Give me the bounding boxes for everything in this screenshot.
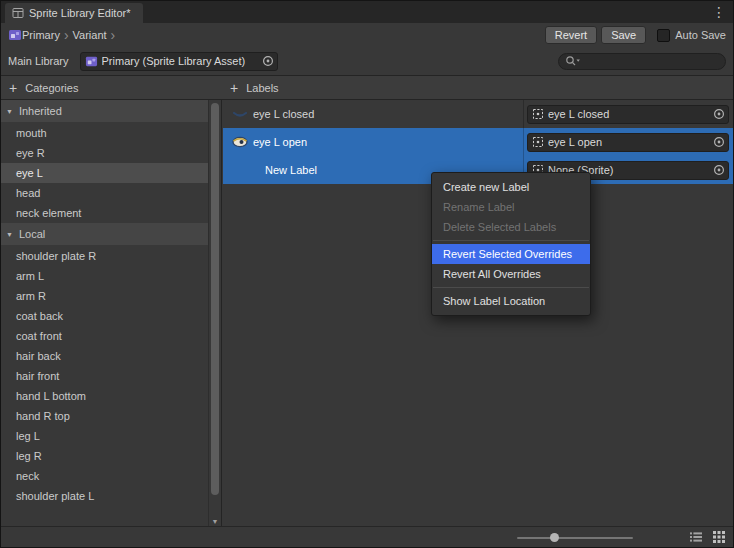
tab-strip: Sprite Library Editor* ⋮ [1, 1, 733, 23]
menu-item-show-label-location[interactable]: Show Label Location [432, 291, 590, 311]
main-library-label: Main Library [8, 55, 69, 67]
auto-save-checkbox[interactable] [657, 29, 670, 42]
category-item[interactable]: neck element [1, 203, 208, 223]
main-library-object-field[interactable]: Primary (Sprite Library Asset) [80, 52, 278, 71]
category-item[interactable]: head [1, 183, 208, 203]
grid-view-button[interactable] [712, 530, 726, 544]
label-name: eye L open [253, 136, 523, 148]
sprite-object-field[interactable]: eye L closed [527, 105, 729, 124]
category-item[interactable]: leg L [1, 426, 208, 446]
bottom-bar [1, 526, 733, 547]
category-item-selected[interactable]: eye L [1, 163, 208, 183]
window-menu-button[interactable]: ⋮ [712, 3, 726, 21]
window-icon [12, 7, 24, 19]
category-item[interactable]: eye R [1, 143, 208, 163]
foldout-icon[interactable]: ▼ [6, 108, 13, 115]
sprite-thumbnail-eye-closed-icon [230, 106, 250, 122]
breadcrumb-item-variant[interactable]: Variant [73, 29, 107, 41]
foldout-icon[interactable]: ▼ [6, 231, 13, 238]
save-button[interactable]: Save [601, 26, 646, 44]
section-title: Inherited [19, 105, 62, 117]
category-item[interactable]: hair front [1, 366, 208, 386]
sprite-library-asset-icon [8, 28, 22, 42]
menu-item-revert-all-overrides[interactable]: Revert All Overrides [432, 264, 590, 284]
categories-header-label: Categories [25, 82, 78, 94]
sprite-field-value: eye L open [548, 136, 709, 148]
toolbar: Primary › Variant › Revert Save Auto Sav… [1, 23, 733, 47]
label-row-selected[interactable]: eye L open eye L open [223, 128, 733, 156]
category-item[interactable]: arm L [1, 266, 208, 286]
add-label-button[interactable]: + [230, 81, 238, 95]
tab-sprite-library-editor[interactable]: Sprite Library Editor* [5, 3, 143, 23]
category-item[interactable]: coat back [1, 306, 208, 326]
breadcrumb-item-primary[interactable]: Primary [22, 29, 60, 41]
categories-scrollbar[interactable]: ▼ [208, 100, 221, 526]
category-item[interactable]: arm R [1, 286, 208, 306]
search-icon [565, 55, 581, 67]
sprite-icon [532, 136, 544, 148]
menu-item-rename-label: Rename Label [432, 197, 590, 217]
empty-thumbnail [230, 162, 250, 178]
sprite-thumbnail-eye-open-icon [230, 134, 250, 150]
menu-item-revert-selected-overrides[interactable]: Revert Selected Overrides [432, 244, 590, 264]
sprite-library-editor-window: Sprite Library Editor* ⋮ Primary › Varia… [0, 0, 734, 548]
section-title: Local [19, 228, 45, 240]
main-library-value: Primary (Sprite Library Asset) [102, 55, 258, 67]
object-picker-icon[interactable] [713, 136, 725, 148]
search-input[interactable] [558, 53, 726, 70]
menu-separator [433, 240, 589, 241]
categories-panel: ▼ Inherited mouth eye R eye L head neck … [1, 100, 222, 526]
category-item[interactable]: shoulder plate L [1, 486, 208, 506]
object-picker-icon[interactable] [262, 55, 274, 67]
labels-header: + Labels [222, 75, 733, 100]
object-picker-icon[interactable] [713, 164, 725, 176]
list-view-button[interactable] [689, 530, 703, 544]
categories-list: ▼ Inherited mouth eye R eye L head neck … [1, 100, 208, 526]
category-item[interactable]: hand L bottom [1, 386, 208, 406]
sprite-library-asset-icon [85, 55, 98, 68]
category-item[interactable]: leg R [1, 446, 208, 466]
category-item[interactable]: neck [1, 466, 208, 486]
section-header-inherited[interactable]: ▼ Inherited [1, 100, 208, 122]
tab-title: Sprite Library Editor* [29, 7, 131, 19]
label-name: eye L closed [253, 108, 523, 120]
categories-header: + Categories [1, 75, 222, 100]
menu-item-delete-selected-labels: Delete Selected Labels [432, 217, 590, 237]
section-header-local[interactable]: ▼ Local [1, 223, 208, 245]
category-item[interactable]: coat front [1, 326, 208, 346]
category-item[interactable]: mouth [1, 123, 208, 143]
menu-separator [433, 287, 589, 288]
scrollbar-thumb[interactable] [211, 103, 219, 495]
scroll-down-arrow-icon[interactable]: ▼ [209, 518, 221, 525]
main-library-row: Main Library Primary (Sprite Library Ass… [1, 47, 733, 75]
label-row[interactable]: eye L closed eye L closed [223, 100, 733, 128]
menu-item-create-new-label[interactable]: Create new Label [432, 177, 590, 197]
sprite-object-field[interactable]: eye L open [527, 133, 729, 152]
sprite-field-value: eye L closed [548, 108, 709, 120]
category-item[interactable]: hand R top [1, 406, 208, 426]
chevron-separator-icon: › [111, 28, 116, 42]
labels-header-label: Labels [246, 82, 278, 94]
sprite-icon [532, 108, 544, 120]
revert-button[interactable]: Revert [545, 26, 597, 44]
thumbnail-size-slider[interactable] [517, 537, 633, 539]
context-menu: Create new Label Rename Label Delete Sel… [431, 172, 591, 316]
chevron-separator-icon: › [64, 28, 69, 42]
category-item[interactable]: shoulder plate R [1, 246, 208, 266]
slider-thumb[interactable] [550, 533, 559, 542]
object-picker-icon[interactable] [713, 108, 725, 120]
category-item[interactable]: hair back [1, 346, 208, 366]
auto-save-label: Auto Save [675, 29, 726, 41]
add-category-button[interactable]: + [9, 81, 17, 95]
